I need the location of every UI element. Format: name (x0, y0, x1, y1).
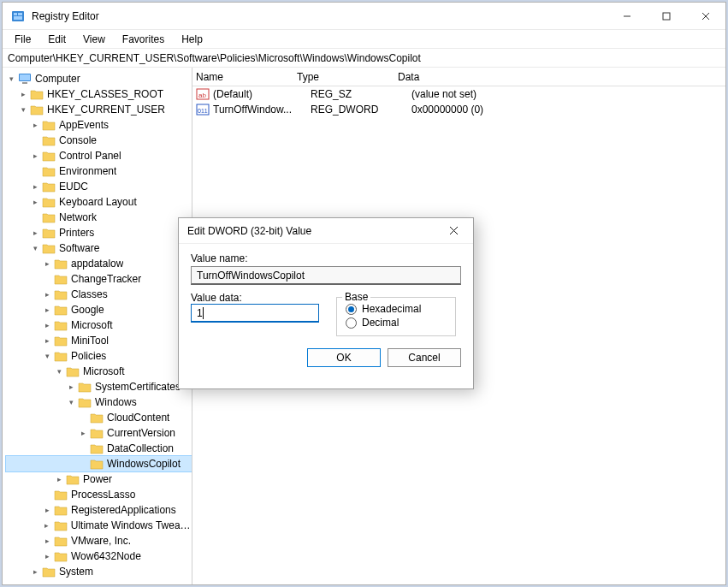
chevron-right-icon[interactable]: ▸ (30, 194, 40, 210)
folder-icon (66, 365, 80, 377)
chevron-right-icon[interactable]: ▸ (42, 518, 52, 533)
tree-item[interactable]: Printers (59, 225, 94, 240)
tree-item[interactable]: System (59, 564, 93, 579)
value-type: REG_SZ (311, 88, 411, 100)
chevron-right-icon[interactable]: ▸ (42, 533, 52, 548)
tree-item[interactable]: Power (83, 471, 112, 487)
folder-icon (54, 550, 68, 562)
tree-item[interactable]: VMware, Inc. (71, 533, 131, 548)
dialog-close-button[interactable] (442, 220, 465, 242)
chevron-down-icon[interactable]: ▾ (54, 364, 64, 379)
folder-icon (42, 119, 56, 131)
col-data[interactable]: Data (398, 71, 725, 83)
tree-item[interactable]: AppEvents (59, 117, 109, 133)
tree-item[interactable]: Console (59, 133, 97, 148)
edit-dword-dialog: Edit DWORD (32-bit) Value Value name: Tu… (178, 217, 474, 389)
minimize-button[interactable] (607, 3, 647, 30)
value-data-field[interactable]: 1 (191, 304, 319, 323)
tree-item[interactable]: Classes (71, 287, 108, 302)
base-groupbox: Base Hexadecimal Decimal (336, 297, 456, 336)
chevron-right-icon[interactable]: ▸ (54, 471, 64, 487)
menu-file[interactable]: File (8, 32, 38, 47)
chevron-right-icon[interactable]: ▸ (30, 225, 40, 240)
value-type: REG_DWORD (311, 104, 411, 116)
chevron-right-icon[interactable]: ▸ (42, 317, 52, 333)
base-label: Base (342, 291, 370, 303)
tree-item[interactable]: Environment (59, 163, 116, 179)
address-bar[interactable]: Computer\HKEY_CURRENT_USER\Software\Poli… (3, 49, 725, 68)
radio-icon (346, 304, 357, 315)
tree-item[interactable]: Software (59, 240, 99, 256)
chevron-right-icon[interactable]: ▸ (30, 148, 40, 163)
tree-hkcu[interactable]: HKEY_CURRENT_USER (47, 102, 165, 117)
chevron-down-icon[interactable]: ▾ (42, 348, 52, 364)
value-name: TurnOffWindow... (213, 104, 311, 116)
tree-item[interactable]: Control Panel (59, 148, 121, 163)
close-button[interactable] (686, 3, 725, 30)
menu-favorites[interactable]: Favorites (115, 32, 171, 47)
chevron-down-icon[interactable]: ▾ (18, 102, 28, 117)
list-row[interactable]: 011 TurnOffWindow... REG_DWORD 0x0000000… (192, 102, 725, 117)
tree-item[interactable]: RegisteredApplications (71, 502, 176, 518)
ok-button[interactable]: OK (307, 348, 381, 367)
tree-item[interactable]: ChangeTracker (71, 271, 141, 287)
chevron-right-icon[interactable]: ▸ (30, 564, 40, 579)
menu-help[interactable]: Help (175, 32, 210, 47)
radio-decimal[interactable]: Decimal (346, 317, 447, 329)
svg-rect-10 (22, 82, 27, 84)
col-type[interactable]: Type (297, 71, 398, 83)
tree-view[interactable]: ▾Computer ▸HKEY_CLASSES_ROOT ▾HKEY_CURRE… (3, 68, 192, 584)
chevron-right-icon[interactable]: ▸ (30, 117, 40, 133)
chevron-right-icon[interactable]: ▸ (42, 502, 52, 518)
tree-item[interactable]: CloudContent (107, 410, 169, 425)
chevron-right-icon[interactable]: ▸ (42, 287, 52, 302)
chevron-right-icon[interactable]: ▸ (66, 379, 76, 394)
chevron-down-icon[interactable]: ▾ (6, 71, 16, 86)
list-row[interactable]: ab (Default) REG_SZ (value not set) (192, 86, 725, 102)
col-name[interactable]: Name (196, 71, 297, 83)
chevron-down-icon[interactable]: ▾ (30, 240, 40, 256)
chevron-right-icon[interactable]: ▸ (78, 425, 88, 441)
tree-item-selected[interactable]: WindowsCopilot (107, 456, 181, 471)
folder-icon (54, 319, 68, 331)
tree-hkcr[interactable]: HKEY_CLASSES_ROOT (47, 86, 163, 102)
tree-item[interactable]: SystemCertificates (95, 379, 181, 394)
address-text: Computer\HKEY_CURRENT_USER\Software\Poli… (8, 52, 421, 64)
folder-icon (54, 258, 68, 270)
tree-item[interactable]: Google (71, 302, 104, 317)
tree-item[interactable]: Ultimate Windows Tweaker (71, 518, 192, 533)
tree-item[interactable]: Microsoft (71, 317, 113, 333)
value-name-field[interactable]: TurnOffWindowsCopilot (191, 266, 461, 285)
tree-item[interactable]: Network (59, 210, 97, 225)
radio-hexadecimal[interactable]: Hexadecimal (346, 303, 447, 315)
menu-view[interactable]: View (76, 32, 112, 47)
maximize-button[interactable] (647, 3, 686, 30)
cancel-button[interactable]: Cancel (388, 348, 461, 367)
dialog-titlebar[interactable]: Edit DWORD (32-bit) Value (179, 218, 473, 244)
tree-item[interactable]: appdatalow (71, 256, 123, 271)
chevron-right-icon[interactable]: ▸ (30, 179, 40, 194)
tree-item[interactable]: Windows (95, 394, 137, 410)
tree-item[interactable]: DataCollection (107, 441, 174, 456)
titlebar[interactable]: Registry Editor (3, 3, 725, 30)
tree-item[interactable]: Keyboard Layout (59, 194, 137, 210)
menu-edit[interactable]: Edit (41, 32, 73, 47)
chevron-right-icon[interactable]: ▸ (42, 548, 52, 564)
chevron-right-icon[interactable]: ▸ (42, 333, 52, 348)
chevron-right-icon[interactable]: ▸ (42, 256, 52, 271)
folder-icon (78, 381, 92, 393)
tree-item[interactable]: CurrentVersion (107, 425, 175, 441)
tree-item[interactable]: Microsoft (83, 364, 125, 379)
tree-root[interactable]: Computer (35, 71, 80, 86)
chevron-down-icon[interactable]: ▾ (66, 394, 76, 410)
tree-item[interactable]: MiniTool (71, 333, 109, 348)
tree-item[interactable]: Policies (71, 348, 106, 364)
tree-item[interactable]: Wow6432Node (71, 548, 141, 564)
tree-item[interactable]: EUDC (59, 179, 88, 194)
svg-rect-1 (14, 13, 17, 15)
chevron-right-icon[interactable]: ▸ (18, 86, 28, 102)
tree-item[interactable]: ProcessLasso (71, 487, 135, 502)
menubar: File Edit View Favorites Help (3, 30, 725, 49)
chevron-right-icon[interactable]: ▸ (42, 302, 52, 317)
folder-icon (42, 134, 56, 146)
